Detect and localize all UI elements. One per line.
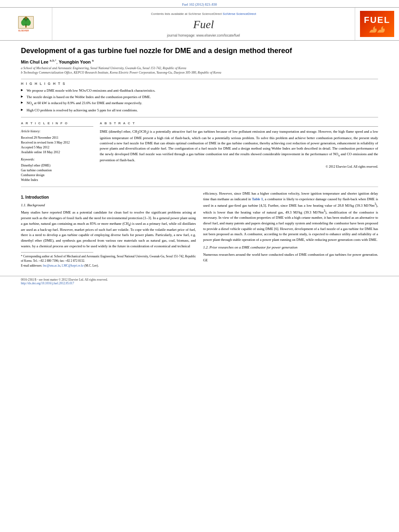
accepted-date: Accepted 5 May 2012 [21,145,93,150]
article-info-label: A R T I C L E I N F O [21,121,93,127]
highlight-item-4: High CO problem is resolved by achieving… [21,108,378,113]
keyword-1: Dimethyl ether (DME) [21,163,93,168]
author-2-sup: a [92,59,94,62]
sub2-heading-text: 1.2. Prior researches on a DME combustor… [203,245,298,249]
sub2-heading: 1.2. Prior researches on a DME combustor… [203,245,378,251]
fuel-logo-flame-icon [365,25,389,33]
affiliation-b: b Technology Commercialization Office, K… [21,70,378,75]
elsevier-tree-icon: ELSEVIER [17,15,35,33]
body-para-3: Numerous researchers around the world ha… [203,252,378,263]
highlight-item-1: We propose a DME nozzle with low NOx/CO … [21,88,378,93]
footnote-rule [21,252,93,253]
abstract-label: A B S T R A C T [100,121,378,127]
online-date: Available online 18 May 2012 [21,150,93,155]
sub1-heading: 1.1. Background [21,203,196,208]
article-info-col: A R T I C L E I N F O Article history: R… [21,121,93,183]
email-link-1[interactable]: lnc@snu.ac.kr [43,264,60,267]
body-right-col: efficiency. However, since DME has a hig… [203,191,378,268]
copyright: © 2012 Elsevier Ltd. All rights reserved… [100,165,378,168]
svg-point-4 [26,20,31,26]
keyword-3: Combustor design [21,173,93,178]
highlights-section: H I G H L I G H T S We propose a DME noz… [21,79,378,117]
journal-center-header: Contents lists available at SciVerse Sci… [52,8,355,40]
footnote-email: E-mail addresses: lnc@snu.ac.kr, LMC@kep… [21,263,196,268]
svg-point-3 [21,20,26,26]
sciverse-line: Contents lists available at SciVerse Sci… [151,12,256,16]
received-date: Received 29 November 2011 [21,136,93,140]
article-history: Article history: Received 29 November 20… [21,129,93,183]
keyword-2: Gas turbine combustion [21,168,93,173]
elsevier-branding: ELSEVIER [0,8,52,40]
footnote-corresponding: * Corresponding author at: School of Mec… [21,254,196,263]
history-label: Article history: [21,129,93,134]
elsevier-logo: ELSEVIER [17,15,35,33]
fuel-logo-area: FUEL [355,8,399,40]
fuel-logo: FUEL [360,11,394,37]
footnote-star: * Corresponding author at: School of Mec… [21,254,196,268]
doi-link[interactable]: http://dx.doi.org/10.1016/j.fuel.2012.05… [21,281,74,285]
affiliation-a: a School of Mechanical and Aeronautic En… [21,66,378,70]
journal-ref: Fuel 102 (2012) 823–830 [182,2,217,6]
footer-issn: 0016-2361/$ - see front matter © 2012 El… [21,278,378,281]
body-content: 1. Introduction 1.1. Background Many stu… [21,191,378,268]
keywords-label: Keywords: [21,157,93,162]
fuel-logo-text: FUEL [364,15,390,25]
body-left-col: 1. Introduction 1.1. Background Many stu… [21,191,196,268]
abstract-col: A B S T R A C T DME (dimethyl ether, CH3… [100,121,378,183]
body-para-1: Many studies have reported DME as a pote… [21,210,196,249]
svg-text:ELSEVIER: ELSEVIER [19,29,29,32]
authors-line: Min Chul Lee a,b,*, Youngbin Yoon a [21,59,378,64]
highlights-label: H I G H L I G H T S [21,82,378,86]
highlight-item-2: The nozzle design is based on the Wobbe … [21,94,378,99]
footer-doi: http://dx.doi.org/10.1016/j.fuel.2012.05… [21,281,378,285]
email-link-2[interactable]: LMC@kepri.re.kr [62,264,84,267]
footer-bar: 0016-2361/$ - see front matter © 2012 El… [0,276,399,287]
author-1-sup: a,b,* [50,59,56,62]
author-1: Min Chul Lee [21,60,48,64]
journal-ref-bar: Fuel 102 (2012) 823–830 [0,0,399,7]
journal-header: ELSEVIER Contents lists available at Sci… [0,7,399,41]
affiliations: a School of Mechanical and Aeronautic En… [21,66,378,75]
article-content: Development of a gas turbine fuel nozzle… [0,41,399,272]
journal-name: Fuel [193,18,214,31]
page: Fuel 102 (2012) 823–830 ELSEVIER [0,0,399,287]
abstract-text: DME (dimethyl ether, CH3OCH3) is a poten… [100,129,378,163]
article-info-abstract: A R T I C L E I N F O Article history: R… [21,121,378,183]
section-divider [21,187,378,187]
journal-homepage: journal homepage: www.elsevier.com/locat… [167,33,240,37]
table1-ref[interactable]: Table 1 [252,197,263,201]
sciverse-link[interactable]: SciVerse ScienceDirect [223,12,256,16]
revised-date: Received in revised form 3 May 2012 [21,140,93,145]
section1-heading: 1. Introduction [21,194,196,201]
body-para-2: efficiency. However, since DME has a hig… [203,191,378,242]
svg-point-5 [25,17,27,19]
author-2: Youngbin Yoon [59,60,90,64]
keyword-4: Wobbe Index [21,178,93,183]
highlight-item-3: NOx at 60 kW is reduced by 8.9% and 23.6… [21,101,378,107]
article-title: Development of a gas turbine fuel nozzle… [21,46,378,55]
